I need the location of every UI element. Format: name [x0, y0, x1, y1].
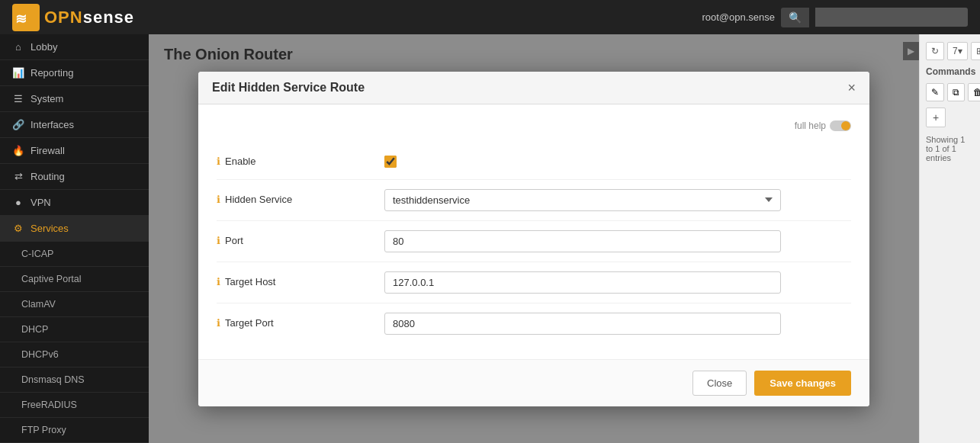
sidebar-item-dhcp[interactable]: DHCP [0, 317, 149, 342]
port-label-col: ℹ Port [217, 230, 369, 246]
main-content: The Onion Router ▶ Edit Hidden Service R… [149, 34, 919, 443]
search-input[interactable] [815, 8, 968, 27]
enable-label: Enable [225, 156, 255, 167]
edit-modal: Edit Hidden Service Route × full help [198, 72, 869, 406]
target-host-label: Target Host [225, 276, 275, 287]
target-host-info-icon[interactable]: ℹ [217, 276, 220, 287]
sidebar-item-dnsmasq-dns[interactable]: Dnsmasq DNS [0, 368, 149, 393]
help-row: full help [217, 120, 851, 131]
navbar: ≋ OPNsense root@opn.sense 🔍 [0, 0, 980, 34]
port-label: Port [225, 235, 243, 246]
commands-actions: ✎ ⧉ 🗑 [926, 83, 974, 101]
sidebar-item-vpn[interactable]: ● VPN [0, 190, 149, 216]
ftp-proxy-label: FTP Proxy [21, 425, 66, 435]
search-button[interactable]: 🔍 [781, 8, 809, 27]
sidebar-item-lobby[interactable]: ⌂ Lobby [0, 34, 149, 60]
hidden-service-row: ℹ Hidden Service testhiddenservice [217, 180, 851, 221]
sidebar-item-captive-portal[interactable]: Captive Portal [0, 267, 149, 292]
target-port-control-col [384, 313, 851, 335]
sidebar-item-label: VPN [31, 197, 51, 208]
enable-row: ℹ Enable [217, 142, 851, 180]
sidebar-item-label: Lobby [31, 41, 57, 53]
sidebar-item-dhcpv6[interactable]: DHCPv6 [0, 342, 149, 368]
captive-portal-label: Captive Portal [21, 274, 82, 284]
dhcp-label: DHCP [21, 324, 48, 335]
sidebar-item-label: Reporting [31, 67, 73, 79]
status-text: Showing 1 to 1 of 1 entries [926, 135, 974, 162]
target-host-label-col: ℹ Target Host [217, 271, 369, 287]
enable-control-col [384, 151, 851, 170]
refresh-button[interactable]: ↻ [926, 42, 944, 60]
help-toggle[interactable] [830, 120, 851, 131]
enable-info-icon[interactable]: ℹ [217, 156, 220, 167]
close-button[interactable]: Close [692, 371, 747, 396]
target-port-info-icon[interactable]: ℹ [217, 317, 220, 329]
commands-title: Commands [926, 66, 974, 77]
freeradius-label: FreeRADIUS [21, 400, 77, 410]
sidebar: ⌂ Lobby 📊 Reporting ☰ System 🔗 Interface… [0, 34, 149, 443]
target-host-input[interactable] [384, 271, 781, 294]
sidebar-item-firewall[interactable]: 🔥 Firewall [0, 138, 149, 164]
sidebar-item-c-icap[interactable]: C-ICAP [0, 242, 149, 267]
port-input[interactable] [384, 230, 781, 252]
help-link-text: full help [795, 120, 826, 131]
logo: ≋ OPNsense [12, 4, 134, 31]
target-port-label-col: ℹ Target Port [217, 313, 369, 329]
sidebar-item-clamav[interactable]: ClamAV [0, 292, 149, 317]
sidebar-item-services[interactable]: ⚙ Services [0, 216, 149, 242]
count-button[interactable]: 7▾ [947, 42, 968, 60]
delete-button[interactable]: 🗑 [968, 83, 980, 101]
enable-checkbox[interactable] [384, 156, 397, 168]
firewall-icon: 🔥 [12, 145, 24, 156]
c-icap-label: C-ICAP [21, 249, 53, 259]
right-panel: ↻ 7▾ ⊞ Commands ✎ ⧉ 🗑 + Showing 1 to 1 o… [919, 34, 980, 443]
help-toggle-knob [841, 121, 850, 130]
port-row: ℹ Port [217, 221, 851, 262]
target-port-label: Target Port [225, 317, 274, 329]
navbar-right: root@opn.sense 🔍 [702, 8, 968, 27]
grid-button[interactable]: ⊞ [971, 42, 980, 60]
sidebar-item-ftp-proxy[interactable]: FTP Proxy [0, 418, 149, 443]
reporting-icon: 📊 [12, 67, 24, 79]
copy-button[interactable]: ⧉ [947, 83, 965, 101]
dhcpv6-label: DHCPv6 [21, 349, 59, 360]
sidebar-item-label: Interfaces [31, 119, 74, 130]
sidebar-item-routing[interactable]: ⇄ Routing [0, 164, 149, 190]
hidden-service-label: Hidden Service [225, 194, 292, 205]
svg-text:≋: ≋ [15, 11, 27, 27]
help-link[interactable]: full help [795, 120, 851, 131]
system-icon: ☰ [12, 93, 24, 104]
modal-header: Edit Hidden Service Route × [198, 72, 869, 104]
vpn-icon: ● [12, 197, 24, 208]
interfaces-icon: 🔗 [12, 119, 24, 130]
layout: ⌂ Lobby 📊 Reporting ☰ System 🔗 Interface… [0, 34, 980, 443]
hidden-service-label-col: ℹ Hidden Service [217, 189, 369, 205]
lobby-icon: ⌂ [12, 41, 24, 53]
save-button[interactable]: Save changes [754, 371, 851, 396]
add-button[interactable]: + [926, 108, 946, 127]
target-host-row: ℹ Target Host [217, 262, 851, 303]
sidebar-item-freeradius[interactable]: FreeRADIUS [0, 393, 149, 418]
sidebar-item-reporting[interactable]: 📊 Reporting [0, 60, 149, 86]
sidebar-item-label: System [31, 93, 63, 104]
sidebar-item-interfaces[interactable]: 🔗 Interfaces [0, 112, 149, 138]
modal-close-button[interactable]: × [847, 81, 856, 95]
toolbar-row: ↻ 7▾ ⊞ [926, 42, 974, 60]
target-port-input[interactable] [384, 313, 781, 335]
services-icon: ⚙ [12, 223, 24, 234]
sidebar-item-label: Routing [31, 171, 65, 182]
modal-footer: Close Save changes [198, 359, 869, 406]
sidebar-item-label: Firewall [31, 145, 65, 156]
hidden-service-select[interactable]: testhiddenservice [384, 189, 781, 211]
hidden-service-info-icon[interactable]: ℹ [217, 194, 220, 205]
sidebar-item-system[interactable]: ☰ System [0, 86, 149, 112]
port-info-icon[interactable]: ℹ [217, 235, 220, 246]
target-port-row: ℹ Target Port [217, 303, 851, 344]
clamav-label: ClamAV [21, 299, 56, 310]
logo-icon: ≋ [12, 4, 40, 31]
sidebar-item-label: Services [31, 223, 69, 234]
edit-button[interactable]: ✎ [926, 83, 944, 101]
hidden-service-control-col: testhiddenservice [384, 189, 851, 211]
enable-label-col: ℹ Enable [217, 151, 369, 167]
modal-overlay: Edit Hidden Service Route × full help [149, 34, 919, 443]
